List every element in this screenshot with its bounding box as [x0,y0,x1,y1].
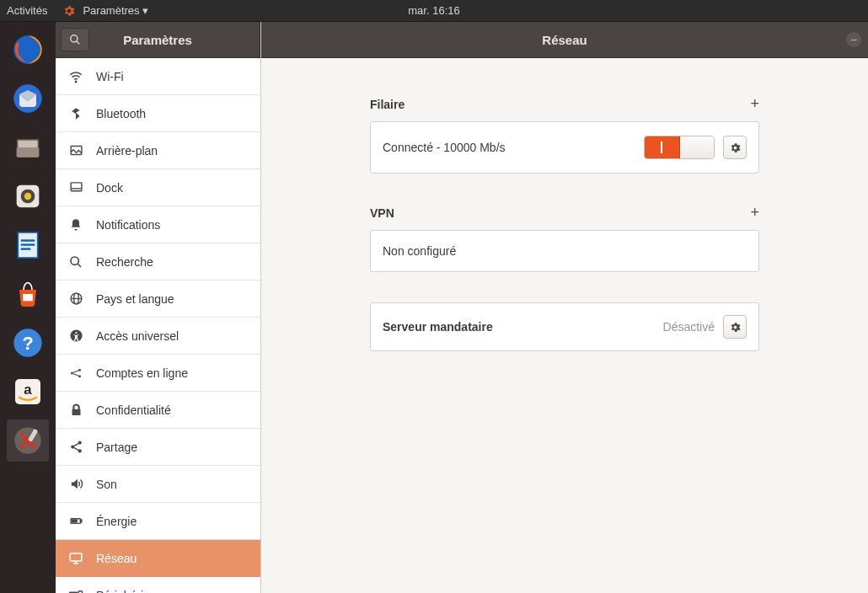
settings-icon[interactable] [7,419,49,462]
devices-icon [67,588,84,594]
sidebar-item-universal-access[interactable]: Accès universel [56,318,260,355]
activities-button[interactable]: Activités [7,4,47,17]
sidebar-item-online-accounts[interactable]: Comptes en ligne [56,355,260,392]
page-title: Réseau [542,33,587,47]
sidebar-item-label: Partage [96,441,137,454]
amazon-icon[interactable]: a [7,371,49,413]
sidebar-item-dock[interactable]: Dock [56,169,260,206]
chevron-right-icon: › [244,588,249,594]
help-icon[interactable]: ? [7,322,49,364]
clock: mar. 16:16 [408,4,459,17]
svg-text:a: a [24,382,32,398]
globe-icon [67,291,84,306]
universal-access-icon [67,329,84,343]
add-vpn-button[interactable]: + [750,204,759,222]
svg-point-20 [71,35,78,42]
svg-point-36 [78,441,81,444]
sidebar-item-label: Comptes en ligne [96,366,188,380]
sidebar-list: Wi-Fi Bluetooth Arrière-plan Dock Notifi… [56,58,260,593]
online-accounts-icon [67,366,84,381]
svg-rect-42 [70,553,82,561]
svg-point-26 [71,257,78,264]
gear-icon [729,321,742,334]
proxy-section: Serveur mandataire Désactivé [370,302,759,351]
bluetooth-icon [67,107,84,120]
background-icon [67,143,84,158]
svg-point-37 [71,445,74,448]
svg-rect-12 [21,248,31,250]
gear-icon [729,142,742,154]
privacy-icon [67,403,84,417]
network-icon [67,551,84,566]
sidebar-item-label: Réseau [96,552,137,565]
sidebar-item-devices[interactable]: Périphériques › [56,577,260,593]
top-panel: Activités Paramètres ▾ mar. 16:16 [0,0,868,22]
vpn-row: Non configuré [370,230,759,272]
bell-icon [67,218,84,232]
vpn-status: Non configuré [383,244,456,258]
svg-rect-40 [80,520,81,522]
sound-icon [67,477,84,491]
wifi-icon [67,69,84,84]
sidebar-item-region[interactable]: Pays et langue [56,280,260,318]
svg-rect-10 [21,239,35,242]
sidebar-item-label: Périphériques [96,589,169,594]
svg-point-22 [75,81,77,83]
dock-icon [67,180,84,195]
vpn-section-header: VPN + [370,204,759,222]
firefox-icon[interactable] [7,29,49,71]
svg-point-34 [78,368,81,371]
sidebar-item-notifications[interactable]: Notifications [56,206,260,243]
content-area: Filaire + Connecté - 10000 Mb/s [261,58,868,593]
app-menu-label: Paramètres ▾ [83,4,148,17]
svg-rect-13 [23,294,33,301]
svg-text:?: ? [22,333,33,354]
sidebar-search-button[interactable] [56,22,94,58]
sidebar-item-label: Pays et langue [96,292,174,306]
sidebar-item-label: Bluetooth [96,107,146,120]
wired-connection-row: Connecté - 10000 Mb/s [370,121,759,174]
sidebar-item-label: Notifications [96,218,160,232]
power-icon [67,514,84,528]
libreoffice-writer-icon[interactable] [7,224,49,266]
svg-rect-3 [18,141,37,147]
files-icon[interactable] [7,126,49,168]
settings-window: Paramètres Wi-Fi Bluetooth Arrière-plan … [56,22,868,593]
proxy-row[interactable]: Serveur mandataire Désactivé [370,302,759,351]
sidebar-item-network[interactable]: Réseau [56,540,260,577]
thunderbird-icon[interactable] [7,77,49,120]
sidebar-item-sharing[interactable]: Partage [56,429,260,466]
search-icon [69,34,81,45]
svg-line-27 [78,264,81,267]
sidebar-item-label: Wi-Fi [96,70,124,83]
svg-point-7 [24,193,31,200]
sidebar-item-power[interactable]: Énergie [56,503,260,540]
sidebar-item-label: Dock [96,181,123,195]
wired-toggle[interactable] [644,136,715,159]
wired-section-title: Filaire [370,98,405,111]
rhythmbox-icon[interactable] [7,175,49,217]
sidebar-item-search[interactable]: Recherche [56,243,260,280]
sidebar-item-label: Recherche [96,255,153,269]
wired-section-header: Filaire + [370,95,759,113]
svg-rect-24 [71,183,82,191]
sidebar-item-background[interactable]: Arrière-plan [56,132,260,169]
add-wired-button[interactable]: + [750,95,759,113]
sidebar-item-bluetooth[interactable]: Bluetooth [56,95,260,132]
svg-line-21 [77,41,80,45]
proxy-label: Serveur mandataire [383,320,493,334]
share-icon [67,440,84,454]
sidebar-item-sound[interactable]: Son [56,466,260,503]
minimize-button[interactable]: – [846,32,861,47]
software-center-icon[interactable] [7,273,49,315]
wired-section: Filaire + Connecté - 10000 Mb/s [370,95,759,174]
app-menu[interactable]: Paramètres ▾ [62,4,148,18]
sidebar-item-privacy[interactable]: Confidentialité [56,392,260,429]
search-icon [67,255,84,269]
svg-point-35 [78,375,81,377]
vpn-section: VPN + Non configuré [370,204,759,272]
launcher-dock: ? a [0,22,56,593]
sidebar-item-wifi[interactable]: Wi-Fi [56,58,260,95]
wired-settings-button[interactable] [723,136,747,159]
proxy-settings-button[interactable] [723,315,747,339]
